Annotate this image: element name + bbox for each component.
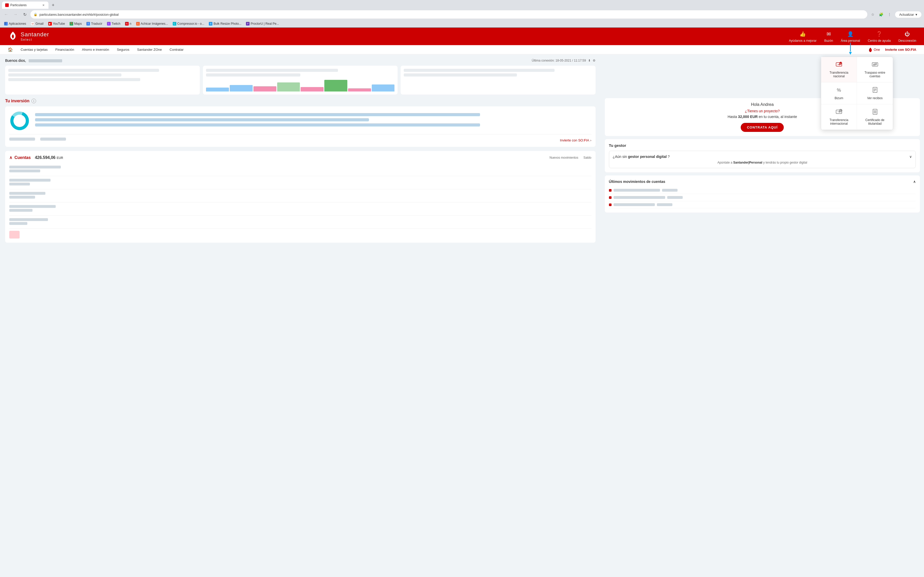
dropdown-ver-recibos[interactable]: Ver recibos [857,82,893,104]
dropdown-traspaso[interactable]: Traspaso entre cuentas [857,57,893,82]
account-number-2 [9,183,30,185]
chart-card-1 [5,66,200,95]
account-row-5 [9,216,591,229]
nav-centro-ayuda-label: Centro de ayuda [868,39,891,42]
settings-icon[interactable]: ⚙ [593,59,596,62]
chart-label-2 [206,69,338,72]
reload-button[interactable]: ↻ [21,11,28,18]
movimiento-desc-3 [614,203,655,206]
forward-button[interactable]: → [12,11,19,18]
page-content: Santander Select 👍 Ayúdanos a mejorar ✉ … [0,27,924,247]
account-name-3 [9,192,45,195]
greeting-bar: Buenos dios, Última conexión: 18-05-2021… [5,58,596,63]
subnav-ahorro[interactable]: Ahorro e inversión [82,48,109,52]
subnav-santanderzone[interactable]: Santander ZOne [137,48,162,52]
lock-icon: 🔒 [34,13,37,16]
gestor-desc-pre: Apúntate a [717,161,733,164]
subnav-contratar[interactable]: Contratar [170,48,184,52]
logo-main-text: Santander [21,31,49,38]
dropdown-transferencia-internacional[interactable]: Transferencia internacional [821,104,857,130]
subnav-cuentas[interactable]: Cuentas y tarjetas [21,48,48,52]
actualizar-button[interactable]: Actualizar ▾ [895,11,921,18]
address-bar[interactable]: 🔒 particulares.bancosantander.es/nhb/#/p… [31,10,867,19]
subnav-home[interactable]: 🏠 [8,47,13,52]
sub-nav: 🏠 Cuentas y tarjetas Financiación Ahorro… [0,45,924,54]
movimiento-desc-1 [614,189,660,192]
internacional-icon [835,108,842,117]
back-button[interactable]: ← [3,11,10,18]
bookmark-twitch[interactable]: t Twitch [105,21,123,26]
last-connection: Última conexión: 18-05-2021 / 11:17:59 ⬇… [531,59,595,62]
chart-value-1 [8,78,140,81]
tab-close-button[interactable]: ✕ [41,3,45,7]
extension-puzzle-button[interactable]: 🧩 [877,11,885,18]
sofia-invest-link[interactable]: Invierte con SO:FIA › [560,138,591,142]
bookmark-translate[interactable]: T Traducir [84,21,104,26]
youtube-favicon: ▶ [48,22,52,26]
bookmark-youtube[interactable]: ▶ YouTube [46,21,67,26]
subnav-right: One Invierte con SO:FIA [868,47,916,52]
browser-chrome: Particulares ✕ + ← → ↻ 🔒 particulares.ba… [0,0,924,27]
movimientos-chevron-icon[interactable]: ∧ [913,179,916,184]
bookmark-apps[interactable]: ⠿ Aplicaciones [2,21,28,26]
accounts-header: ∧ Cuentas 426.594,06 EUR Nuevos movimien… [9,155,591,160]
investment-footer: Invierte con SO:FIA › [9,134,591,143]
subnav-seguros[interactable]: Seguros [117,48,129,52]
area-personal-arrow-indicator: ▼ [848,42,853,56]
account-name-2 [9,179,50,182]
account-amount-5 [9,222,27,225]
bookmark-youtube-label: YouTube [53,22,65,26]
dropdown-recibos-label: Ver recibos [867,96,882,100]
nav-ayudanos[interactable]: 👍 Ayúdanos a mejorar [789,30,816,42]
gestor-chevron-icon[interactable]: ∨ [909,155,912,159]
chrome-menu-button[interactable]: ⋮ [886,11,893,18]
movimiento-dot-2 [609,196,612,199]
dropdown-transferencia-nacional[interactable]: Transferencia nacional [821,57,857,82]
recibos-svg-icon [872,87,878,93]
bookmark-bulk[interactable]: B Bulk Resize Photo... [207,21,243,26]
bookmark-gmail[interactable]: M Gmail [29,21,45,26]
movimientos-card: Últimos movimientos de cuentas ∧ [605,176,920,213]
accounts-amount-value: 426.594,06 [35,155,55,160]
tab-bar: Particulares ✕ + [0,0,924,9]
promo-amount-value: 32,000 EUR [738,114,758,119]
new-movements-link[interactable]: Nuevos movimientos [550,156,578,160]
mini-chart [206,79,394,92]
investment-footer-left [9,137,66,143]
movimiento-row-2 [609,194,916,201]
bookmark-netflix[interactable]: N n [123,21,134,26]
nav-area-personal[interactable]: 👤 Área personal ▼ [841,30,860,42]
one-flame-icon [868,47,873,52]
dropdown-bizum[interactable]: % Bizum [821,82,857,104]
bookmark-maps[interactable]: 📍 Maps [68,21,84,26]
chart-bar-5 [300,87,323,92]
bookmark-compressor-label: Compressor.io - o... [178,22,204,26]
nav-buzon[interactable]: ✉ Buzón [824,30,833,42]
arrow-down-icon: ▼ [848,50,853,56]
greeting-text: Buenos dios, [5,58,62,63]
bookmark-achicar-label: Achicar Imágenes... [141,22,168,26]
bookmark-netflix-label: n [130,22,131,26]
investment-info-icon[interactable]: i [31,99,36,103]
contrata-aqui-button[interactable]: CONTRATA AQUÍ [741,123,784,132]
compressor-favicon: C [173,22,176,26]
one-logo: One [868,47,880,52]
bookmark-twitch-label: Twitch [111,22,120,26]
accounts-chevron-icon[interactable]: ∧ [9,155,12,160]
bookmark-star-button[interactable]: ☆ [869,11,877,18]
bookmark-proctor[interactable]: P ProctorU | Real Pe... [244,21,281,26]
bookmark-achicar[interactable]: A Achicar Imágenes... [134,21,170,26]
bookmark-compressor[interactable]: C Compressor.io - o... [171,21,207,26]
address-bar-row: ← → ↻ 🔒 particulares.bancosantander.es/n… [0,9,924,20]
chart-card-2 [203,66,397,95]
subnav-financiacion[interactable]: Financiación [55,48,74,52]
chart-bar-4 [277,82,300,92]
dropdown-certificado[interactable]: Certificado de titularidad [857,104,893,130]
new-tab-button[interactable]: + [50,2,57,9]
nav-desconexion[interactable]: ⏻ Desconexión [898,30,916,42]
sofia-link-arrow-icon: › [590,138,591,142]
nav-centro-ayuda[interactable]: ❓ Centro de ayuda [868,30,891,42]
gestor-question-text: ¿Aún sin gestor personal digital ? [613,155,670,159]
account-row-6 [9,231,591,239]
browser-tab-active[interactable]: Particulares ✕ [2,2,48,9]
